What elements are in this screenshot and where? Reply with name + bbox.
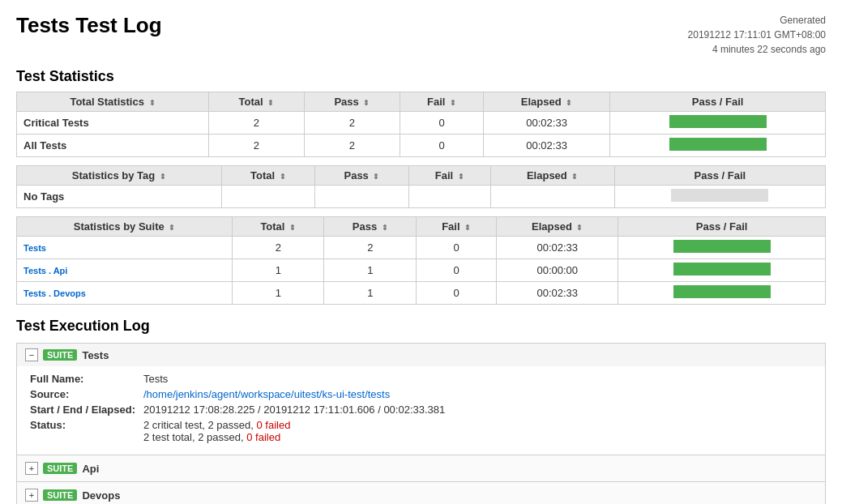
sort-icon: ⇕ (160, 173, 166, 181)
table-row: Tests . Devops 1 1 0 00:02:33 (17, 282, 826, 305)
suite-badge: SUITE (43, 349, 77, 361)
suite-row-pass-fail-bar (618, 259, 826, 282)
test-statistics-section: Test Statistics Total Statistics ⇕ Total… (16, 68, 826, 305)
sort-icon: ⇕ (382, 224, 388, 232)
sort-icon: ⇕ (450, 99, 456, 107)
sort-icon: ⇕ (373, 173, 379, 181)
sub-suite-badge: SUITE (43, 463, 77, 474)
tag-col-elapsed: Elapsed ⇕ (490, 166, 614, 186)
tag-pass-fail-bar (614, 186, 825, 208)
start-end-value: 20191212 17:08:28.225 / 20191212 17:11:0… (143, 404, 445, 416)
sort-icon: ⇕ (363, 99, 370, 107)
collapse-button[interactable]: − (25, 348, 38, 361)
table-row: Tests . Api 1 1 0 00:00:00 (17, 259, 826, 282)
suite-link[interactable]: Tests . Api (24, 266, 67, 275)
page-title: Tests Test Log (16, 13, 162, 38)
expand-button[interactable]: + (25, 462, 38, 475)
source-value: /home/jenkins/agent/workspace/uitest/ks-… (143, 388, 390, 400)
suite-link[interactable]: Tests (24, 243, 46, 253)
sub-suite-row: + SUITE Devops (17, 481, 825, 504)
suite-link[interactable]: Tests . Devops (24, 288, 86, 298)
expand-button[interactable]: + (25, 489, 38, 502)
status-line1-text: 2 critical test, 2 passed, (143, 419, 256, 431)
col-pass-fail-header: Pass / Fail (610, 92, 826, 112)
tag-total (221, 186, 314, 208)
table-row: Critical Tests 2 2 0 00:02:33 (17, 112, 826, 135)
suite-statistics-table: Statistics by Suite ⇕ Total ⇕ Pass ⇕ Fai… (16, 216, 826, 305)
row-pass: 2 (304, 135, 400, 157)
execution-log-section: Test Execution Log − SUITE Tests Full Na… (16, 318, 826, 504)
sort-icon: ⇕ (571, 173, 578, 181)
page-header: Tests Test Log Generated 20191212 17:11:… (16, 13, 826, 57)
suite-col-pass: Pass ⇕ (324, 217, 417, 237)
suite-row-label: Tests . Api (17, 259, 233, 282)
tag-stats-header: Statistics by Tag ⇕ (17, 166, 222, 186)
sub-suites-container: + SUITE Api + SUITE Devops (17, 455, 825, 504)
source-row: Source: /home/jenkins/agent/workspace/ui… (30, 388, 812, 400)
sub-suite-badge: SUITE (43, 489, 77, 501)
sub-suite-name: Api (82, 463, 99, 475)
sort-icon: ⇕ (458, 173, 464, 181)
suite-row-pass-fail-bar (618, 282, 826, 305)
full-name-value: Tests (143, 373, 168, 385)
generated-date: 20191212 17:11:01 GMT+08:00 (688, 29, 826, 41)
suite-details: Full Name: Tests Source: /home/jenkins/a… (17, 366, 825, 455)
suite-row-label: Tests (17, 237, 233, 259)
suite-row-elapsed: 00:00:00 (497, 259, 618, 282)
tag-no-tags: No Tags (17, 186, 222, 208)
row-pass-fail-bar (610, 135, 826, 157)
suite-stats-header: Statistics by Suite ⇕ (17, 217, 233, 237)
full-name-row: Full Name: Tests (30, 373, 812, 385)
suite-row-total: 1 (233, 282, 324, 305)
start-end-row: Start / End / Elapsed: 20191212 17:08:28… (30, 404, 812, 416)
suite-row-total: 2 (233, 237, 324, 259)
status-line1-fail: 0 failed (256, 419, 290, 431)
col-pass-header: Pass ⇕ (304, 92, 400, 112)
row-pass: 2 (304, 112, 400, 135)
suite-row-fail: 0 (417, 259, 497, 282)
sort-icon: ⇕ (566, 99, 572, 107)
suite-row-label: Tests . Devops (17, 282, 233, 305)
tag-pass (315, 186, 409, 208)
main-suite-header: − SUITE Tests (17, 344, 825, 366)
suite-row-elapsed: 00:02:33 (497, 282, 618, 305)
row-pass-fail-bar (610, 112, 826, 135)
total-stats-header: Total Statistics ⇕ (17, 92, 209, 112)
status-value: 2 critical test, 2 passed, 0 failed 2 te… (143, 419, 290, 443)
sort-icon: ⇕ (464, 224, 471, 232)
sub-suite-name: Devops (82, 489, 120, 502)
suite-row-pass: 1 (324, 282, 417, 305)
suite-row-fail: 0 (417, 237, 497, 259)
source-link[interactable]: /home/jenkins/agent/workspace/uitest/ks-… (143, 388, 390, 400)
execution-log-title: Test Execution Log (16, 318, 826, 335)
row-elapsed: 00:02:33 (484, 112, 610, 135)
col-total-header: Total ⇕ (208, 92, 304, 112)
sub-suite-row: + SUITE Api (17, 455, 825, 481)
start-end-label: Start / End / Elapsed: (30, 404, 143, 416)
total-statistics-table: Total Statistics ⇕ Total ⇕ Pass ⇕ Fail ⇕… (16, 92, 826, 157)
row-total: 2 (208, 135, 304, 157)
status-line2-text: 2 test total, 2 passed, (143, 431, 246, 443)
row-fail: 0 (400, 135, 484, 157)
full-name-label: Full Name: (30, 373, 143, 385)
tag-elapsed (490, 186, 614, 208)
generated-info: Generated 20191212 17:11:01 GMT+08:00 4 … (688, 13, 826, 57)
col-fail-header: Fail ⇕ (400, 92, 484, 112)
generated-ago: 4 minutes 22 seconds ago (712, 44, 826, 55)
tag-col-total: Total ⇕ (221, 166, 314, 186)
sort-icon: ⇕ (280, 173, 286, 181)
table-row: No Tags (17, 186, 826, 208)
row-label: Critical Tests (17, 112, 209, 135)
sort-icon: ⇕ (267, 99, 274, 107)
row-label: All Tests (17, 135, 209, 157)
main-suite-block: − SUITE Tests Full Name: Tests Source: /… (16, 343, 826, 504)
sort-icon: ⇕ (149, 99, 156, 107)
tag-statistics-table: Statistics by Tag ⇕ Total ⇕ Pass ⇕ Fail … (16, 165, 826, 208)
suite-row-pass: 1 (324, 259, 417, 282)
sort-icon: ⇕ (289, 224, 296, 232)
status-line-2: 2 test total, 2 passed, 0 failed (143, 431, 290, 443)
status-row: Status: 2 critical test, 2 passed, 0 fai… (30, 419, 812, 443)
status-line2-fail: 0 failed (246, 431, 280, 443)
suite-col-pass-fail: Pass / Fail (618, 217, 826, 237)
sort-icon: ⇕ (576, 224, 583, 232)
